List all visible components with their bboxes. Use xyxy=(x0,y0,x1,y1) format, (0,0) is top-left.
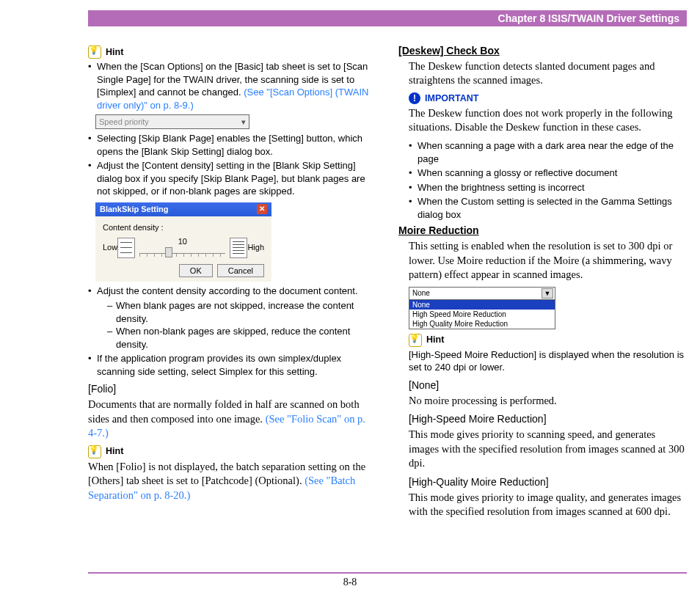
dropdown-value: None xyxy=(412,288,430,299)
deskew-heading: [Deskew] Check Box xyxy=(398,44,687,58)
doc-light-icon xyxy=(117,238,135,258)
bullet-text: If the application program provides its … xyxy=(97,353,341,377)
bullet-item: When scanning a page with a dark area ne… xyxy=(409,139,687,165)
hs-text: This mode gives priority to scanning spe… xyxy=(409,428,687,471)
bullet-item: When the [Scan Options] on the [Basic] t… xyxy=(88,60,376,111)
slider-value: 10 xyxy=(135,236,230,247)
high-label: High xyxy=(247,242,264,253)
hint-text: When [Folio] is not displayed, the batch… xyxy=(88,460,376,503)
list-item: High Speed Moire Reduction xyxy=(409,310,555,319)
chapter-header: Chapter 8 ISIS/TWAIN Driver Settings xyxy=(88,10,687,26)
bullet-list-2: Adjust the content density according to … xyxy=(88,285,376,378)
bullet-list-1b: Selecting [Skip Blank Page] enables the … xyxy=(88,132,376,198)
low-label: Low xyxy=(103,242,117,253)
page-number: 8-8 xyxy=(0,576,700,590)
bullet-item: Selecting [Skip Blank Page] enables the … xyxy=(88,132,376,158)
bullet-item: Adjust the content density according to … xyxy=(88,285,376,351)
hint-icon xyxy=(409,334,422,347)
bullet-item: If the application program provides its … xyxy=(88,352,376,378)
hint-icon xyxy=(88,45,101,59)
dialog-title: BlankSkip Setting xyxy=(100,204,169,215)
density-label: Content density : xyxy=(103,222,264,233)
left-column: Hint When the [Scan Options] on the [Bas… xyxy=(88,41,376,563)
list-item: High Quality Moire Reduction xyxy=(409,319,555,329)
bullet-list-1: When the [Scan Options] on the [Basic] t… xyxy=(88,60,376,111)
density-slider xyxy=(139,247,225,257)
none-heading: [None] xyxy=(409,378,687,392)
moire-dropdown-img: None ▼ None High Speed Moire Reduction H… xyxy=(409,287,555,329)
folio-heading: [Folio] xyxy=(88,382,376,396)
bullet-item: Adjust the [Content density] setting in … xyxy=(88,159,376,198)
doc-dark-icon xyxy=(230,238,247,258)
bullet-item: When the Custom setting is selected in t… xyxy=(409,195,687,221)
moire-heading: Moire Reduction xyxy=(398,224,687,238)
hint-label: Hint xyxy=(106,445,123,458)
bullet-item: When the brightness setting is incorrect xyxy=(409,181,687,194)
bullet-text: Selecting [Skip Blank Page] enables the … xyxy=(97,133,362,157)
blankskip-dialog: BlankSkip Setting ✕ Content density : Lo… xyxy=(95,202,271,282)
content-area: Hint When the [Scan Options] on the [Bas… xyxy=(88,41,687,563)
hint-label: Hint xyxy=(426,334,444,346)
close-icon: ✕ xyxy=(257,204,267,214)
bullet-text: Adjust the content density according to … xyxy=(97,285,358,296)
right-column: [Deskew] Check Box The Deskew function d… xyxy=(398,41,687,563)
sub-item: When blank pages are not skipped, increa… xyxy=(107,299,376,325)
footer-rule xyxy=(88,572,687,574)
list-item: None xyxy=(409,300,555,310)
hs-heading: [High-Speed Moire Reduction] xyxy=(409,412,687,426)
bullet-text: Adjust the [Content density] setting in … xyxy=(97,160,365,197)
hq-heading: [High-Quality Moire Reduction] xyxy=(409,475,687,489)
important-text: The Deskew function does not work proper… xyxy=(409,106,687,135)
moire-hint-text: [High-Speed Moire Reduction] is displaye… xyxy=(409,348,687,374)
dropdown-value: Speed priority xyxy=(99,117,149,126)
hint-icon xyxy=(88,445,101,458)
cancel-button: Cancel xyxy=(217,264,264,278)
hq-text: This mode gives priority to image qualit… xyxy=(409,491,687,519)
chevron-down-icon: ▼ xyxy=(542,288,553,299)
bullet-item: When scanning a glossy or reflective doc… xyxy=(409,167,687,180)
moire-text: This setting is enabled when the resolut… xyxy=(398,239,687,282)
deskew-text: The Deskew function detects slanted docu… xyxy=(398,59,687,88)
none-text: No moire processing is performed. xyxy=(409,394,687,409)
folio-text: Documents that are normally folded in ha… xyxy=(88,398,376,441)
sub-item: When non-blank pages are skipped, reduce… xyxy=(107,325,376,351)
ok-button: OK xyxy=(179,264,213,278)
important-icon xyxy=(409,92,420,104)
important-bullets: When scanning a page with a dark area ne… xyxy=(409,139,687,221)
important-label: IMPORTANT xyxy=(425,92,478,105)
hint-label: Hint xyxy=(106,46,123,59)
speed-priority-dropdown: Speed priority xyxy=(95,114,249,129)
